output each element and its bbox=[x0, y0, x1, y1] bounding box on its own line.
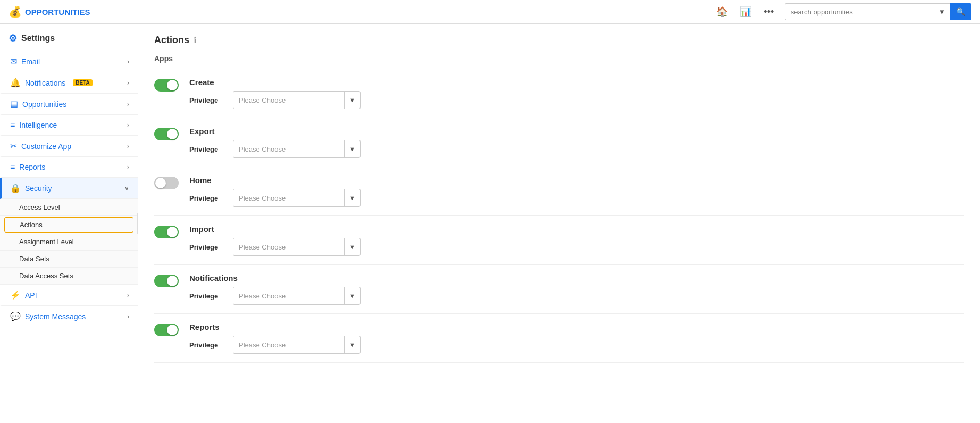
messages-icon: 💬 bbox=[10, 311, 21, 321]
toggle-col bbox=[154, 176, 179, 189]
toggle-reports[interactable] bbox=[154, 324, 179, 336]
home-icon: 🏠 bbox=[716, 6, 728, 18]
sidebar-item-label: Email bbox=[21, 57, 40, 66]
settings-title: Settings bbox=[21, 34, 55, 43]
main-content: Actions ℹ Apps Create Privilege Please C… bbox=[138, 24, 980, 423]
chevron-right-icon: › bbox=[127, 121, 129, 129]
action-name-notifications: Notifications bbox=[189, 273, 964, 283]
sidebar-item-intelligence[interactable]: ≡ Intelligence › bbox=[0, 115, 138, 136]
toggle-knob bbox=[167, 276, 178, 286]
toggle-knob bbox=[167, 227, 178, 237]
action-name-reports: Reports bbox=[189, 322, 964, 331]
sidebar-item-actions[interactable]: Actions bbox=[4, 217, 133, 233]
search-submit-button[interactable]: 🔍 bbox=[950, 3, 971, 20]
privilege-select-create[interactable]: Please Choose ▼ bbox=[233, 91, 361, 109]
action-row-notifications: Notifications Privilege Please Choose ▼ bbox=[154, 265, 964, 314]
app-layout: ⚙ Settings ✉ Email › 🔔 Notifications BET… bbox=[0, 24, 980, 423]
search-area: ▼ 🔍 bbox=[785, 3, 971, 20]
privilege-select-text: Please Choose bbox=[233, 292, 344, 300]
sidebar-item-reports[interactable]: ≡ Reports › bbox=[0, 157, 138, 178]
privilege-select-notifications[interactable]: Please Choose ▼ bbox=[233, 287, 361, 305]
action-row-create: Create Privilege Please Choose ▼ bbox=[154, 69, 964, 118]
sidebar-item-notifications[interactable]: 🔔 Notifications BETA › bbox=[0, 72, 138, 94]
sidebar-item-access-level[interactable]: Access Level bbox=[0, 199, 138, 216]
sidebar-item-system-messages[interactable]: 💬 System Messages › bbox=[0, 306, 138, 327]
action-name-export: Export bbox=[189, 127, 964, 136]
chevron-right-icon: › bbox=[127, 79, 129, 87]
action-content: Reports Privilege Please Choose ▼ bbox=[189, 322, 964, 354]
privilege-select-import[interactable]: Please Choose ▼ bbox=[233, 238, 361, 256]
chart-button[interactable]: 📊 bbox=[736, 2, 755, 21]
sidebar-item-assignment-level[interactable]: Assignment Level bbox=[0, 234, 138, 251]
action-content: Import Privilege Please Choose ▼ bbox=[189, 225, 964, 256]
toggle-import[interactable] bbox=[154, 226, 179, 238]
toggle-knob bbox=[167, 129, 178, 139]
sidebar-collapse-handle[interactable]: ‹ bbox=[137, 213, 138, 234]
toggle-col bbox=[154, 78, 179, 92]
action-content: Export Privilege Please Choose ▼ bbox=[189, 127, 964, 158]
privilege-select-reports[interactable]: Please Choose ▼ bbox=[233, 336, 361, 354]
privilege-select-text: Please Choose bbox=[233, 145, 344, 153]
info-icon[interactable]: ℹ bbox=[194, 35, 197, 45]
privilege-select-text: Please Choose bbox=[233, 96, 344, 104]
page-title-row: Actions ℹ bbox=[154, 35, 964, 46]
action-row-home: Home Privilege Please Choose ▼ bbox=[154, 167, 964, 216]
sidebar-item-data-access-sets[interactable]: Data Access Sets bbox=[0, 268, 138, 285]
reports-icon: ≡ bbox=[10, 162, 15, 172]
chevron-right-icon: › bbox=[127, 163, 129, 171]
toggle-home[interactable] bbox=[154, 177, 179, 189]
chevron-right-icon: › bbox=[127, 292, 129, 299]
sidebar-item-data-sets[interactable]: Data Sets bbox=[0, 251, 138, 268]
dropdown-arrow-icon: ▼ bbox=[344, 140, 360, 158]
sidebar-item-security[interactable]: 🔒 Security ∨ bbox=[0, 178, 138, 199]
privilege-select-home[interactable]: Please Choose ▼ bbox=[233, 189, 361, 207]
app-logo: 💰 OPPORTUNITIES bbox=[9, 5, 90, 18]
dropdown-arrow-icon: ▼ bbox=[344, 287, 360, 305]
bell-icon: 🔔 bbox=[10, 78, 21, 88]
chevron-right-icon: › bbox=[127, 143, 129, 150]
privilege-row-import: Privilege Please Choose ▼ bbox=[189, 238, 964, 256]
privilege-row-home: Privilege Please Choose ▼ bbox=[189, 189, 964, 207]
sidebar-item-label: Reports bbox=[19, 163, 45, 171]
action-name-create: Create bbox=[189, 78, 964, 87]
toggle-create[interactable] bbox=[154, 79, 179, 92]
chevron-right-icon: › bbox=[127, 58, 129, 65]
privilege-label: Privilege bbox=[189, 194, 227, 202]
search-input[interactable] bbox=[785, 3, 934, 20]
more-button[interactable]: ••• bbox=[759, 2, 778, 21]
dropdown-arrow-icon: ▼ bbox=[344, 189, 360, 207]
sidebar-item-label: Notifications bbox=[25, 79, 65, 87]
home-button[interactable]: 🏠 bbox=[713, 2, 732, 21]
page-title: Actions bbox=[154, 35, 189, 46]
chevron-right-icon: › bbox=[127, 101, 129, 108]
sidebar-item-label: System Messages bbox=[25, 312, 86, 321]
sidebar-item-email[interactable]: ✉ Email › bbox=[0, 51, 138, 72]
sidebar-item-customize-app[interactable]: ✂ Customize App › bbox=[0, 136, 138, 157]
logo-icon: 💰 bbox=[9, 5, 22, 18]
intelligence-icon: ≡ bbox=[10, 120, 15, 130]
top-nav: 💰 OPPORTUNITIES 🏠 📊 ••• ▼ 🔍 bbox=[0, 0, 980, 24]
action-content: Home Privilege Please Choose ▼ bbox=[189, 176, 964, 207]
toggle-col bbox=[154, 322, 179, 336]
toggle-export[interactable] bbox=[154, 128, 179, 140]
privilege-label: Privilege bbox=[189, 292, 227, 300]
action-content: Notifications Privilege Please Choose ▼ bbox=[189, 273, 964, 305]
search-icon: 🔍 bbox=[956, 7, 965, 16]
action-row-import: Import Privilege Please Choose ▼ bbox=[154, 216, 964, 265]
toggle-knob bbox=[167, 80, 178, 90]
sidebar-item-api[interactable]: ⚡ API › bbox=[0, 285, 138, 306]
privilege-row-create: Privilege Please Choose ▼ bbox=[189, 91, 964, 109]
toggle-notifications[interactable] bbox=[154, 275, 179, 287]
toggle-col bbox=[154, 127, 179, 140]
search-dropdown-button[interactable]: ▼ bbox=[934, 3, 950, 20]
dropdown-arrow-icon: ▼ bbox=[344, 238, 360, 256]
privilege-select-text: Please Choose bbox=[233, 194, 344, 202]
chart-icon: 📊 bbox=[740, 6, 751, 18]
privilege-select-text: Please Choose bbox=[233, 341, 344, 349]
opportunities-icon: ▤ bbox=[10, 99, 18, 109]
sidebar-item-label: Intelligence bbox=[19, 121, 57, 129]
api-icon: ⚡ bbox=[10, 290, 21, 300]
customize-icon: ✂ bbox=[10, 141, 17, 151]
sidebar-item-opportunities[interactable]: ▤ Opportunities › bbox=[0, 94, 138, 115]
privilege-select-export[interactable]: Please Choose ▼ bbox=[233, 140, 361, 158]
